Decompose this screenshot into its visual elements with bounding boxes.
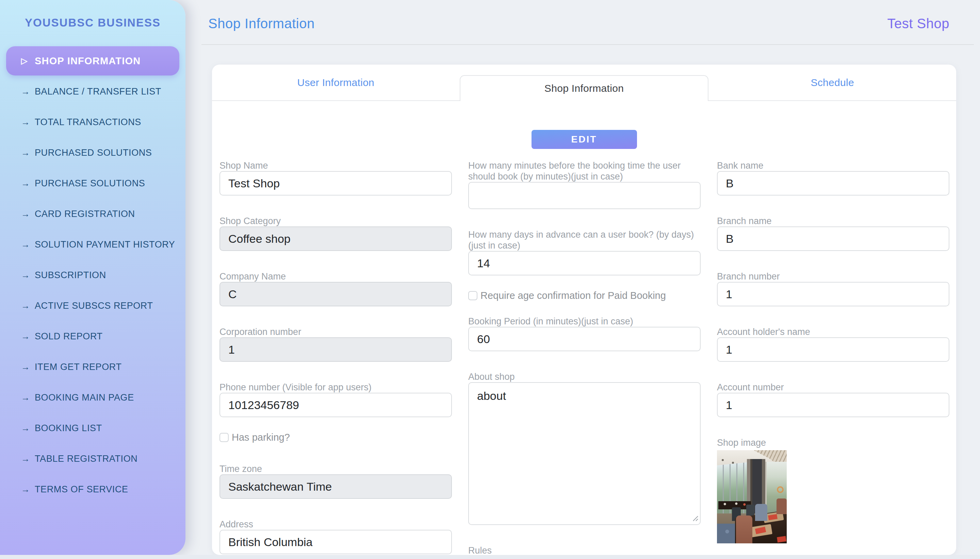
field-label: Booking Period (in minutes)(just in case… (468, 316, 701, 327)
shop-image (717, 450, 787, 543)
sidebar-item-card-registration[interactable]: → CARD REGISTRATION (0, 198, 186, 229)
field-phone-number: Phone number (Visible for app users) (219, 382, 452, 417)
require-age-checkbox[interactable] (468, 291, 478, 300)
sidebar-item-sold-report[interactable]: → SOLD REPORT (0, 321, 186, 352)
field-shop-name: Shop Name (219, 160, 452, 195)
page-bottom-strip (0, 555, 980, 559)
field-company-name: Company Name (219, 271, 452, 306)
has-parking-checkbox[interactable] (219, 433, 229, 442)
require-age-row: Require age confirmation for Paid Bookin… (468, 290, 701, 301)
tab-shop-information[interactable]: Shop Information (460, 75, 709, 101)
page-header: Shop Information Test Shop (186, 0, 980, 44)
sidebar-item-purchase-solutions[interactable]: → PURCHASE SOLUTIONS (0, 168, 186, 198)
shop-image-gray-chair (755, 504, 767, 521)
main-area: Shop Information Test Shop User Informat… (186, 0, 980, 559)
sidebar-item-label: TERMS OF SERVICE (35, 484, 128, 495)
sidebar-item-label: SUBSCRIPTION (35, 270, 106, 281)
bank-name-input[interactable] (717, 171, 949, 195)
sidebar-item-label: ITEM GET REPORT (35, 362, 122, 372)
booking-period-input[interactable] (468, 327, 701, 351)
rules-label: Rules (468, 545, 701, 555)
form-column-middle: How many minutes before the booking time… (468, 160, 701, 555)
field-corporation-number: Corporation number (219, 326, 452, 362)
arrow-right-icon: → (21, 86, 35, 97)
field-branch-number: Branch number (717, 271, 949, 306)
sidebar-item-terms-of-service[interactable]: → TERMS OF SERVICE (0, 474, 186, 504)
form-column-right: Bank name Branch name Branch number Acco… (717, 160, 949, 555)
sidebar-item-purchased-solutions[interactable]: → PURCHASED SOLUTIONS (0, 137, 186, 168)
days-in-advance-input[interactable] (468, 251, 701, 275)
field-label: Company Name (219, 271, 452, 282)
tab-user-information[interactable]: User Information (212, 64, 460, 100)
arrow-right-icon: → (21, 392, 35, 403)
branch-name-input[interactable] (717, 227, 949, 251)
arrow-right-icon: → (21, 423, 35, 433)
field-label: Bank name (717, 160, 949, 171)
minutes-before-input[interactable] (468, 182, 701, 209)
account-holder-input[interactable] (717, 337, 949, 362)
arrow-right-icon: → (21, 331, 35, 342)
field-label: Account holder's name (717, 326, 949, 337)
field-branch-name: Branch name (717, 215, 949, 251)
sidebar-item-subscription[interactable]: → SUBSCRIPTION (0, 260, 186, 290)
sidebar-item-shop-information[interactable]: ▷ SHOP INFORMATION (6, 46, 179, 76)
account-number-input[interactable] (717, 393, 949, 417)
field-label: How many minutes before the booking time… (468, 160, 701, 182)
field-label: Address (219, 519, 452, 530)
sidebar-item-label: SHOP INFORMATION (35, 55, 141, 67)
sidebar-item-label: SOLUTION PAYMENT HISTORY (35, 239, 175, 250)
brand-title: YOUSUBSC BUSINESS (0, 0, 186, 29)
sidebar-item-label: BALANCE / TRANSFER LIST (35, 86, 161, 97)
shop-category-input (219, 227, 452, 251)
arrow-right-icon: → (21, 484, 35, 495)
about-shop-wrapper: about (468, 382, 701, 525)
field-label: Phone number (Visible for app users) (219, 382, 452, 393)
sidebar-item-active-subscs-report[interactable]: → ACTIVE SUBSCS REPORT (0, 290, 186, 321)
field-label: Shop Name (219, 160, 452, 171)
has-parking-row: Has parking? (219, 432, 452, 443)
sidebar-item-table-registration[interactable]: → TABLE REGISTRATION (0, 443, 186, 474)
arrow-right-icon: → (21, 239, 35, 250)
shop-form: Shop Name Shop Category Company Name Cor… (212, 149, 956, 555)
shop-image-round-sign (777, 486, 784, 493)
field-booking-period: Booking Period (in minutes)(just in case… (468, 316, 701, 351)
arrow-right-icon: → (21, 301, 35, 311)
company-name-input (219, 282, 452, 306)
shop-image-ceiling-lights (722, 459, 724, 461)
field-account-holder: Account holder's name (717, 326, 949, 362)
sidebar-item-total-transactions[interactable]: → TOTAL TRANSACTIONS (0, 107, 186, 137)
sidebar-item-item-get-report[interactable]: → ITEM GET REPORT (0, 352, 186, 382)
field-label: How many days in advance can a user book… (468, 229, 701, 251)
tab-bar: User Information Shop Information Schedu… (212, 64, 956, 101)
field-address: Address (219, 519, 452, 554)
arrow-right-icon: → (21, 209, 35, 219)
field-rules: Rules (468, 545, 701, 555)
shop-name-input[interactable] (219, 171, 452, 195)
field-shop-category: Shop Category (219, 215, 452, 251)
sidebar-item-label: PURCHASED SOLUTIONS (35, 147, 152, 158)
field-label: Shop Category (219, 215, 452, 227)
phone-number-input[interactable] (219, 393, 452, 417)
arrow-right-icon: → (21, 147, 35, 158)
arrow-right-icon: → (21, 117, 35, 127)
form-column-left: Shop Name Shop Category Company Name Cor… (219, 160, 452, 555)
active-triangle-icon: ▷ (21, 56, 35, 66)
field-label: Time zone (219, 463, 452, 474)
sidebar-item-balance-transfer-list[interactable]: → BALANCE / TRANSFER LIST (0, 76, 186, 107)
edit-button[interactable]: EDIT (532, 130, 637, 149)
sidebar-item-label: BOOKING MAIN PAGE (35, 392, 134, 403)
field-minutes-before-booking: How many minutes before the booking time… (468, 160, 701, 209)
shop-image-label: Shop image (717, 437, 949, 448)
branch-number-input[interactable] (717, 282, 949, 306)
shop-information-card: User Information Shop Information Schedu… (212, 64, 956, 555)
sidebar-item-solution-payment-history[interactable]: → SOLUTION PAYMENT HISTORY (0, 229, 186, 260)
shop-image-red-chair (776, 498, 787, 514)
sidebar-item-label: PURCHASE SOLUTIONS (35, 178, 145, 189)
sidebar-item-booking-list[interactable]: → BOOKING LIST (0, 413, 186, 443)
about-shop-textarea[interactable]: about (468, 382, 701, 525)
sidebar-item-label: TABLE REGISTRATION (35, 453, 138, 464)
sidebar-item-booking-main-page[interactable]: → BOOKING MAIN PAGE (0, 382, 186, 413)
field-days-in-advance: How many days in advance can a user book… (468, 229, 701, 275)
address-input[interactable] (219, 530, 452, 554)
tab-schedule[interactable]: Schedule (708, 64, 956, 100)
